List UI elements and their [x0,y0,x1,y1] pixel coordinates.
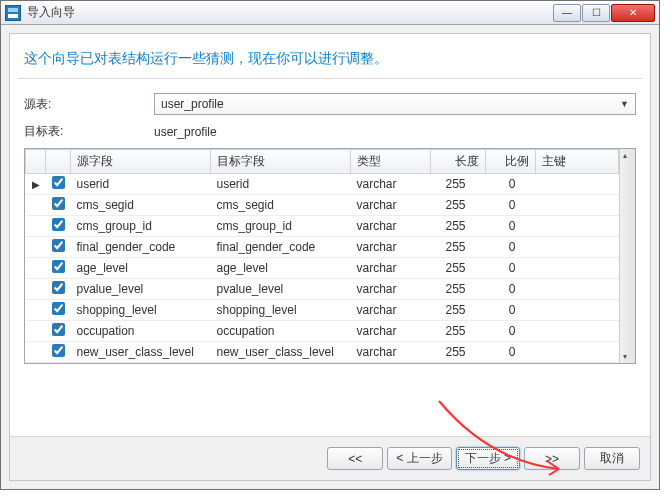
cell-target[interactable]: occupation [211,321,351,342]
cell-length[interactable]: 255 [431,195,486,216]
source-table-select[interactable]: user_profile ▼ [154,93,636,115]
include-checkbox[interactable] [52,302,65,315]
cell-scale[interactable]: 0 [486,342,536,363]
minimize-button[interactable]: — [553,4,581,22]
cell-scale[interactable]: 0 [486,237,536,258]
cell-scale[interactable]: 0 [486,300,536,321]
cell-length[interactable]: 255 [431,258,486,279]
cell-target[interactable]: cms_segid [211,195,351,216]
cell-target[interactable]: cms_group_id [211,216,351,237]
cell-scale[interactable]: 0 [486,279,536,300]
col-rowmark [26,150,46,174]
cell-pk[interactable] [536,300,619,321]
cell-source[interactable]: cms_segid [71,195,211,216]
cell-length[interactable]: 255 [431,174,486,195]
cell-pk[interactable] [536,342,619,363]
cell-type[interactable]: varchar [351,258,431,279]
prev-button[interactable]: < 上一步 [387,447,451,470]
cell-type[interactable]: varchar [351,279,431,300]
cell-pk[interactable] [536,321,619,342]
include-checkbox[interactable] [52,323,65,336]
cell-pk[interactable] [536,174,619,195]
target-table-value: user_profile [154,125,217,139]
cell-type[interactable]: varchar [351,342,431,363]
source-table-value: user_profile [161,97,224,111]
include-checkbox[interactable] [52,176,65,189]
col-scale[interactable]: 比例 [486,150,536,174]
cell-length[interactable]: 255 [431,216,486,237]
cell-type[interactable]: varchar [351,216,431,237]
cell-scale[interactable]: 0 [486,258,536,279]
cell-type[interactable]: varchar [351,321,431,342]
next-button[interactable]: 下一步 > [456,447,520,470]
cell-scale[interactable]: 0 [486,195,536,216]
cell-type[interactable]: varchar [351,174,431,195]
cell-source[interactable]: userid [71,174,211,195]
table-row[interactable]: pvalue_levelpvalue_levelvarchar2550 [26,279,619,300]
cell-type[interactable]: varchar [351,300,431,321]
cell-length[interactable]: 255 [431,237,486,258]
table-row[interactable]: new_user_class_levelnew_user_class_level… [26,342,619,363]
include-checkbox[interactable] [52,218,65,231]
col-length[interactable]: 长度 [431,150,486,174]
include-checkbox[interactable] [52,281,65,294]
cell-type[interactable]: varchar [351,237,431,258]
cell-target[interactable]: final_gender_code [211,237,351,258]
target-table-label: 目标表: [24,123,154,140]
source-table-label: 源表: [24,96,154,113]
import-wizard-window: 导入向导 — ☐ ✕ 这个向导已对表结构运行一些猜测，现在你可以进行调整。 源表… [0,0,660,490]
cell-pk[interactable] [536,195,619,216]
cell-source[interactable]: pvalue_level [71,279,211,300]
table-row[interactable]: final_gender_codefinal_gender_codevarcha… [26,237,619,258]
col-type[interactable]: 类型 [351,150,431,174]
cell-source[interactable]: final_gender_code [71,237,211,258]
col-target[interactable]: 目标字段 [211,150,351,174]
cell-target[interactable]: new_user_class_level [211,342,351,363]
close-button[interactable]: ✕ [611,4,655,22]
include-checkbox[interactable] [52,197,65,210]
last-button[interactable]: >> [524,447,580,470]
cell-pk[interactable] [536,216,619,237]
maximize-button[interactable]: ☐ [582,4,610,22]
footer-buttons: << < 上一步 下一步 > >> 取消 [10,436,650,480]
cell-source[interactable]: new_user_class_level [71,342,211,363]
cell-target[interactable]: userid [211,174,351,195]
divider [18,78,642,79]
cell-length[interactable]: 255 [431,279,486,300]
include-checkbox[interactable] [52,344,65,357]
cell-source[interactable]: occupation [71,321,211,342]
table-row[interactable]: shopping_levelshopping_levelvarchar2550 [26,300,619,321]
cell-source[interactable]: age_level [71,258,211,279]
include-checkbox[interactable] [52,239,65,252]
cell-source[interactable]: shopping_level [71,300,211,321]
cell-scale[interactable]: 0 [486,174,536,195]
cell-target[interactable]: shopping_level [211,300,351,321]
cell-length[interactable]: 255 [431,321,486,342]
cell-scale[interactable]: 0 [486,321,536,342]
include-checkbox[interactable] [52,260,65,273]
cell-pk[interactable] [536,237,619,258]
cancel-button[interactable]: 取消 [584,447,640,470]
table-row[interactable]: ▶useriduseridvarchar2550 [26,174,619,195]
col-checkbox [46,150,71,174]
col-source[interactable]: 源字段 [71,150,211,174]
cell-target[interactable]: age_level [211,258,351,279]
table-row[interactable]: cms_group_idcms_group_idvarchar2550 [26,216,619,237]
table-row[interactable]: cms_segidcms_segidvarchar2550 [26,195,619,216]
cell-source[interactable]: cms_group_id [71,216,211,237]
cell-length[interactable]: 255 [431,300,486,321]
cell-target[interactable]: pvalue_level [211,279,351,300]
dialog-body: 这个向导已对表结构运行一些猜测，现在你可以进行调整。 源表: user_prof… [9,33,651,481]
cell-pk[interactable] [536,279,619,300]
table-row[interactable]: occupationoccupationvarchar2550 [26,321,619,342]
cell-length[interactable]: 255 [431,342,486,363]
cell-pk[interactable] [536,258,619,279]
titlebar[interactable]: 导入向导 — ☐ ✕ [1,1,659,25]
table-row[interactable]: age_levelage_levelvarchar2550 [26,258,619,279]
vertical-scrollbar[interactable] [619,149,635,363]
col-pk[interactable]: 主键 [536,150,619,174]
cell-type[interactable]: varchar [351,195,431,216]
field-mapping-grid[interactable]: 源字段 目标字段 类型 长度 比例 主键 ▶useriduseridvarcha… [24,148,636,364]
first-button[interactable]: << [327,447,383,470]
cell-scale[interactable]: 0 [486,216,536,237]
